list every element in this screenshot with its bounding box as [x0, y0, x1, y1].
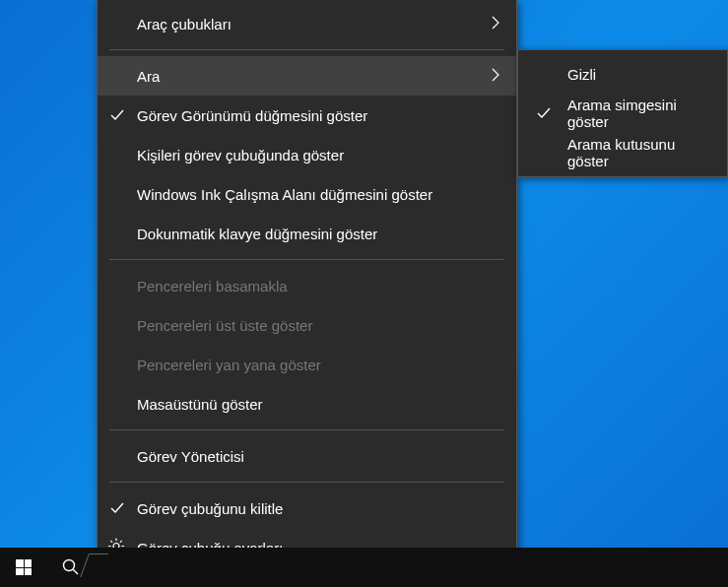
- submenu-item-hidden[interactable]: Gizli: [518, 54, 727, 94]
- menu-label: Arama simgesini göster: [567, 97, 711, 130]
- menu-item-task-manager[interactable]: Görev Yöneticisi: [98, 436, 516, 476]
- menu-item-lock-taskbar[interactable]: Görev çubuğunu kilitle: [98, 489, 516, 528]
- menu-label: Araç çubukları: [137, 16, 491, 33]
- menu-label: Ara: [137, 68, 491, 85]
- check-icon: [109, 107, 125, 123]
- menu-item-show-touch-keyboard[interactable]: Dokunmatik klavye düğmesini göster: [98, 214, 516, 253]
- chevron-right-icon: [491, 16, 500, 33]
- menu-item-show-people[interactable]: Kişileri görev çubuğunda göster: [98, 135, 516, 174]
- start-button[interactable]: [0, 548, 47, 587]
- search-expand-handle: [89, 554, 108, 581]
- windows-logo-icon: [16, 559, 32, 575]
- svg-line-5: [110, 541, 112, 543]
- menu-label: Görev Görünümü düğmesini göster: [137, 107, 500, 124]
- menu-label: Gizli: [567, 66, 711, 83]
- search-icon: [62, 558, 80, 576]
- menu-item-stack-windows: Pencereleri üst üste göster: [98, 305, 516, 345]
- menu-item-cascade-windows: Pencereleri basamakla: [98, 266, 516, 305]
- menu-label: Arama kutusunu göster: [567, 136, 711, 169]
- submenu-item-show-search-box[interactable]: Arama kutusunu göster: [518, 133, 727, 172]
- menu-item-show-ink[interactable]: Windows Ink Çalışma Alanı düğmesini göst…: [98, 174, 516, 214]
- svg-line-10: [73, 569, 78, 574]
- menu-label: Dokunmatik klavye düğmesini göster: [137, 226, 500, 242]
- menu-label: Pencereleri üst üste göster: [137, 317, 500, 334]
- menu-item-show-task-view[interactable]: Görev Görünümü düğmesini göster: [98, 96, 516, 135]
- check-icon: [536, 105, 552, 121]
- menu-label: Görev çubuğunu kilitle: [137, 500, 500, 517]
- menu-separator: [109, 259, 504, 260]
- chevron-right-icon: [491, 68, 500, 85]
- menu-item-search[interactable]: Ara: [98, 56, 516, 96]
- menu-separator: [109, 49, 504, 50]
- svg-point-9: [64, 560, 75, 571]
- menu-item-show-desktop[interactable]: Masaüstünü göster: [98, 384, 516, 424]
- menu-label: Windows Ink Çalışma Alanı düğmesini göst…: [137, 186, 500, 203]
- menu-label: Kişileri görev çubuğunda göster: [137, 147, 500, 163]
- taskbar: [0, 548, 728, 587]
- submenu-item-show-search-icon[interactable]: Arama simgesini göster: [518, 94, 727, 133]
- check-icon: [109, 500, 125, 516]
- menu-item-toolbars[interactable]: Araç çubukları: [98, 4, 516, 43]
- taskbar-context-menu: Araç çubukları Ara Görev Görünümü düğmes…: [97, 0, 517, 559]
- menu-item-side-by-side: Pencereleri yan yana göster: [98, 345, 516, 384]
- menu-separator: [109, 482, 504, 483]
- menu-label: Görev Yöneticisi: [137, 448, 500, 465]
- menu-label: Pencereleri basamakla: [137, 278, 500, 294]
- svg-line-8: [120, 541, 122, 543]
- menu-label: Masaüstünü göster: [137, 396, 500, 413]
- search-submenu: Gizli Arama simgesini göster Arama kutus…: [517, 49, 728, 177]
- menu-label: Pencereleri yan yana göster: [137, 357, 500, 373]
- menu-separator: [109, 429, 504, 430]
